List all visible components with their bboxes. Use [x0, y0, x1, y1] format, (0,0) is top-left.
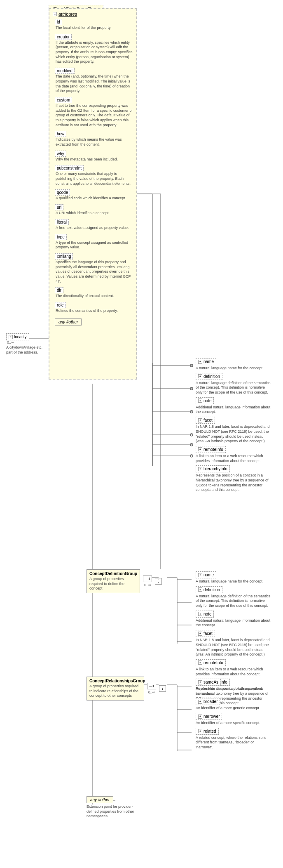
attr-name-literal[interactable]: literal [55, 219, 69, 225]
right-el-row-hierarchyInfo: + hierarchyInfo [196, 465, 278, 472]
any-other-box[interactable]: any #other [55, 318, 82, 326]
expand-facet[interactable]: + [198, 418, 202, 422]
svg-point-32 [190, 364, 193, 367]
cdg-node-name[interactable]: + name [196, 571, 216, 578]
attr-name-why[interactable]: why [55, 151, 66, 157]
locality-occurrence: 0..∞ [7, 340, 47, 344]
attr-item-modified: modified The date (and, optionally, the … [55, 68, 133, 95]
cdg-el-remoteInfo: + remoteInfo A link to an item or a web … [196, 659, 278, 677]
attr-desc-id: The local identifier of the property. [55, 26, 133, 31]
expand-name[interactable]: + [198, 360, 202, 364]
concept-definition-group-node[interactable]: ConceptDefinitionGroup A group of proper… [87, 569, 140, 593]
cdg-choice-symbol: ⋮ [155, 578, 162, 585]
cdg-node-remoteInfo[interactable]: + remoteInfo [196, 659, 226, 666]
crg-seq-symbol: ―1 [147, 683, 156, 689]
any-other-item: any #other [55, 318, 133, 326]
attr-desc-qcode: A qualified code which identifies a conc… [55, 196, 133, 201]
crg-connectors: ―1 0..∞ [147, 683, 156, 694]
right-concept-elements-crg: + sameAs An identifier of a concept with… [196, 679, 278, 752]
crg-el-sameAs: + sameAs An identifier of a concept with… [196, 679, 278, 696]
attr-name-id[interactable]: id [55, 19, 62, 25]
expand-definition[interactable]: + [198, 374, 202, 378]
any-other-bottom-box[interactable]: any #other [87, 796, 113, 803]
right-node-facet[interactable]: + facet [196, 417, 215, 424]
right-el-name: + name A natural language name for the c… [196, 358, 278, 371]
cdg-occurrence: 0..∞ [144, 583, 151, 587]
attributes-list: id The local identifier of the property.… [53, 19, 133, 317]
attr-name-modified[interactable]: modified [55, 68, 75, 74]
crg-node-narrower[interactable]: + narrower [196, 713, 222, 720]
attr-name-creator[interactable]: creator [55, 34, 72, 40]
right-node-definition[interactable]: + definition [196, 373, 222, 380]
el-desc-name: A natural language name for the concept. [196, 366, 272, 371]
svg-point-36 [190, 443, 193, 446]
concept-relationships-group-node[interactable]: ConceptRelationshipsGroup A group of pro… [87, 677, 144, 701]
crg-choice-symbol: ⋮ [159, 685, 166, 692]
right-concept-elements: + name A natural language name for the c… [196, 358, 278, 495]
attr-name-pubconstraint[interactable]: pubconstraint [55, 165, 84, 171]
el-desc-facet: In NAR 1.8 and later, facet is deprecate… [196, 425, 272, 444]
locality-name: locality [14, 335, 27, 339]
attr-name-qcode[interactable]: qcode [55, 189, 70, 196]
attr-desc-pubconstraint: One or many constraints that apply to pu… [55, 172, 133, 186]
expand-remoteInfo[interactable]: + [198, 447, 202, 451]
attr-desc-dir: The directionality of textual content. [55, 294, 133, 299]
diagram-container: Flex1RolePropType − attributes id The lo… [4, 4, 280, 862]
locality-element: + locality 0..∞ A city/town/village etc.… [6, 333, 47, 355]
crg-el-related: + related A related concept, where the r… [196, 728, 278, 750]
attr-item-why: why Why the metadata has been included. [55, 151, 133, 164]
svg-point-33 [190, 387, 193, 390]
attr-name-xmllang[interactable]: xmllang [55, 253, 73, 259]
right-el-facet: + facet In NAR 1.8 and later, facet is d… [196, 417, 278, 444]
attr-desc-custom: If set to true the corresponding propert… [55, 104, 133, 127]
attr-item-how: how Indicates by which means the value w… [55, 131, 133, 149]
right-node-note[interactable]: + note [196, 397, 214, 404]
el-name-definition: definition [203, 374, 220, 379]
el-name-name: name [203, 359, 214, 364]
right-el-row-remoteInfo: + remoteInfo [196, 446, 278, 453]
svg-point-34 [190, 410, 193, 413]
attr-item-pubconstraint: pubconstraint One or many constraints th… [55, 165, 133, 188]
any-other-bottom-desc: Extension point for provider-defined pro… [87, 804, 144, 819]
right-node-remoteInfo[interactable]: + remoteInfo [196, 446, 226, 453]
crg-node-related[interactable]: + related [196, 728, 219, 735]
crg-node-sameAs[interactable]: + sameAs [196, 679, 221, 686]
crg-name: ConceptRelationshipsGroup [89, 679, 141, 683]
right-el-remoteInfo: + remoteInfo A link to an item or a web … [196, 446, 278, 463]
attr-item-creator: creator If the attribute is empty, speci… [55, 34, 133, 66]
cdg-el-note: + note Additional natural language infor… [196, 611, 278, 628]
attr-name-uri[interactable]: uri [55, 204, 63, 210]
cdg-seq-symbol: ―1 [143, 576, 152, 582]
locality-row: + locality [6, 333, 47, 340]
right-el-row-note: + note [196, 397, 278, 404]
collapse-icon[interactable]: − [53, 12, 57, 16]
cdg-name: ConceptDefinitionGroup [89, 571, 137, 576]
locality-node[interactable]: + locality [6, 333, 29, 340]
el-name-note: note [203, 399, 211, 403]
cdg-node-definition[interactable]: + definition [196, 586, 222, 593]
crg-el-broader: + broader An identifier of a more generi… [196, 698, 278, 711]
crg-node-broader[interactable]: + broader [196, 698, 220, 705]
full-diagram: Flex1RolePropType − attributes id The lo… [0, 0, 283, 866]
right-el-row-name: + name [196, 358, 278, 365]
locality-expand[interactable]: + [9, 335, 13, 339]
right-node-name[interactable]: + name [196, 358, 216, 365]
crg-row: ConceptRelationshipsGroup A group of pro… [87, 677, 157, 701]
attributes-box: − attributes id The local identifier of … [49, 8, 137, 380]
expand-note[interactable]: + [198, 399, 202, 403]
attr-name-how[interactable]: how [55, 131, 66, 137]
attr-desc-modified: The date (and, optionally, the time) whe… [55, 74, 133, 94]
cdg-node-note[interactable]: + note [196, 611, 214, 618]
attr-item-literal: literal A free-text value assigned as pr… [55, 219, 133, 232]
el-name-hierarchyInfo: hierarchyInfo [203, 467, 227, 471]
cdg-el-definition: + definition A natural language definiti… [196, 586, 278, 609]
attributes-header: − attributes [53, 12, 133, 17]
cdg-node-facet[interactable]: + facet [196, 630, 215, 637]
attr-name-dir[interactable]: dir [55, 287, 63, 293]
right-node-hierarchyInfo[interactable]: + hierarchyInfo [196, 465, 230, 472]
attr-name-type[interactable]: type [55, 234, 67, 240]
attr-name-role[interactable]: role [55, 302, 66, 308]
attr-name-custom[interactable]: custom [55, 97, 72, 103]
attr-desc-how: Indicates by which means the value was e… [55, 137, 133, 147]
expand-hierarchyInfo[interactable]: + [198, 467, 202, 471]
